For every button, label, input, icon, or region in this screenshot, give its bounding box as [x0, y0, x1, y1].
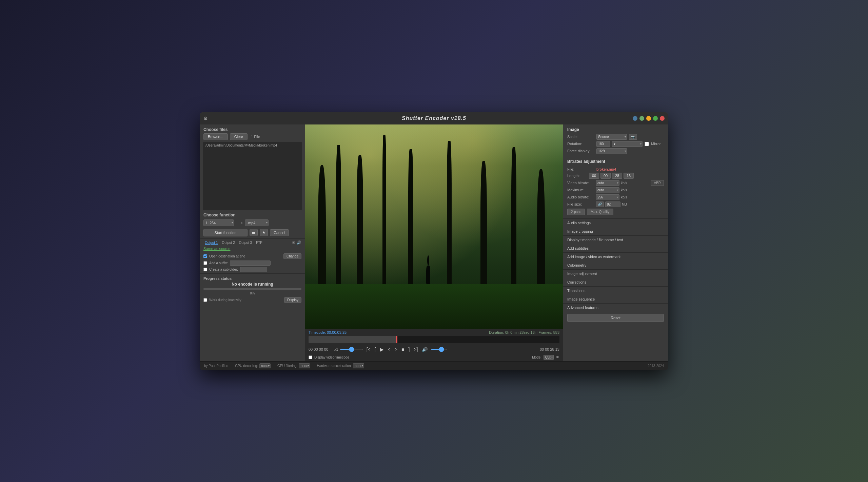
audio-bitrate-label: Audio bitrate:: [567, 195, 594, 199]
rotation-select[interactable]: ▾: [612, 141, 643, 147]
corrections-link[interactable]: Corrections: [563, 278, 668, 286]
image-adjustment-link[interactable]: Image adjustment: [563, 269, 668, 278]
clear-button[interactable]: Clear: [230, 133, 248, 140]
video-bitrate-unit: kb/s: [621, 181, 627, 185]
play-button[interactable]: ▶: [379, 346, 385, 353]
close-btn[interactable]: [660, 116, 665, 121]
goto-end-button[interactable]: >]: [413, 346, 419, 353]
timeline-fill: [309, 336, 396, 343]
maximum-select-wrapper: auto 5000: [596, 187, 619, 193]
earth-btn[interactable]: [633, 116, 637, 121]
maxquality-button[interactable]: Max. Quality: [587, 209, 613, 215]
output-icons: ✉ 🔊: [292, 240, 301, 245]
mail-icon[interactable]: ✉: [292, 240, 295, 245]
scale-select[interactable]: Source 1920x1080 1280x720: [596, 134, 627, 140]
step-back-button[interactable]: <: [387, 346, 392, 353]
figure-body: [426, 266, 430, 284]
hw-accel-select[interactable]: none: [353, 363, 364, 368]
audio-bitrate-select-wrapper: 256 128 320: [596, 194, 619, 200]
list-icon-button[interactable]: ☰: [250, 229, 258, 236]
length-ss: 28: [612, 173, 622, 179]
maximize-btn[interactable]: [653, 116, 658, 121]
video-bitrate-select[interactable]: auto 1000 2000: [596, 180, 619, 186]
browse-button[interactable]: Browse...: [203, 133, 228, 140]
center-panel: 3840x2160 H.264: [305, 124, 563, 361]
display-timecode-link[interactable]: Display timecode / file name / text: [563, 235, 668, 244]
tree-6: [447, 141, 452, 308]
gpu-filtering-select[interactable]: none: [299, 363, 310, 368]
ext-select[interactable]: .mp4: [245, 219, 269, 226]
gpu-decoding-select[interactable]: none: [259, 363, 271, 368]
title-bar-left: ⚙: [203, 116, 208, 121]
force-display-select[interactable]: 16:9 4:3 1:1: [596, 148, 627, 154]
file-item[interactable]: /Users/admin/Documents/MyMedia/broken.mp…: [203, 142, 302, 149]
goto-start-button[interactable]: [<: [366, 346, 372, 353]
filesize-icon-button[interactable]: 🔗: [596, 201, 604, 207]
filesize-input[interactable]: [605, 201, 620, 207]
filesize-label: File size:: [567, 202, 594, 206]
advanced-features-link[interactable]: Advanced features: [563, 303, 668, 312]
file-controls: Browse... Clear 1 File: [200, 133, 305, 142]
maximum-label: Maximum:: [567, 188, 594, 192]
add-subtitles-link[interactable]: Add subtitles: [563, 244, 668, 252]
volume-slider[interactable]: [431, 349, 448, 350]
bitrates-title: Bitrates adjustment: [567, 159, 605, 164]
add-suffix-input[interactable]: [230, 261, 271, 266]
open-dest-label: Open destination at end: [209, 254, 245, 258]
timecode-bar: Timecode: 00:00:03;25 Duration: 0h 0min …: [305, 329, 563, 336]
gear-icon[interactable]: ⚙: [203, 116, 208, 121]
create-subfolder-checkbox[interactable]: [203, 268, 207, 271]
same-as-source-link[interactable]: Same as source: [200, 246, 305, 252]
right-panel: Image Scale: Source 1920x1080 1280x720 📷: [563, 124, 668, 361]
speaker-icon[interactable]: 🔊: [297, 240, 301, 245]
output-tab-3[interactable]: Output 3: [238, 240, 253, 245]
add-suffix-checkbox[interactable]: [203, 261, 207, 265]
output-tab-ftp[interactable]: FTP: [255, 240, 264, 245]
mode-select[interactable]: Cut Trim: [544, 355, 554, 360]
vbr-button[interactable]: VBR: [651, 180, 664, 186]
stop-button[interactable]: ■: [400, 346, 405, 353]
maximum-row: Maximum: auto 5000 kb/s: [567, 187, 664, 193]
image-cropping-link[interactable]: Image cropping: [563, 227, 668, 235]
star-icon-button[interactable]: ★: [260, 229, 268, 236]
transitions-link[interactable]: Transitions: [563, 286, 668, 295]
add-image-link[interactable]: Add image / video as watermark: [563, 252, 668, 261]
minimize-btn[interactable]: [646, 116, 651, 121]
help-btn[interactable]: [639, 116, 644, 121]
rotation-row: Rotation: ▾ Mirror: [567, 141, 664, 147]
output-tab-1[interactable]: Output 1: [203, 240, 219, 245]
mode-label: Mode:: [532, 355, 541, 359]
eye-icon[interactable]: 👁: [556, 355, 559, 359]
reset-button[interactable]: Reset: [567, 314, 664, 322]
image-sequence-link[interactable]: Image sequence: [563, 295, 668, 303]
audio-settings-link[interactable]: Audio settings: [563, 218, 668, 227]
mode-select-wrapper: Cut Trim: [544, 355, 554, 360]
display-timecode-checkbox[interactable]: [309, 355, 312, 359]
output-tab-2[interactable]: Output 2: [220, 240, 236, 245]
speed-control: x1: [334, 347, 363, 351]
mirror-checkbox[interactable]: [645, 142, 649, 146]
timeline[interactable]: [309, 336, 559, 343]
step-forward-button[interactable]: >: [394, 346, 398, 353]
open-dest-checkbox[interactable]: [203, 254, 207, 258]
speed-slider[interactable]: [340, 349, 363, 350]
rotation-input[interactable]: [596, 141, 610, 147]
colorimetry-link[interactable]: Colorimetry: [563, 261, 668, 269]
audio-bitrate-unit: kb/s: [621, 195, 627, 199]
format-select[interactable]: H.264: [203, 219, 234, 226]
camera-icon-button[interactable]: 📷: [629, 134, 637, 140]
audio-bitrate-select[interactable]: 256 128 320: [596, 194, 619, 200]
output-tabs: Output 1 Output 2 Output 3 FTP ✉ 🔊: [200, 238, 305, 246]
mirror-label: Mirror: [651, 142, 661, 146]
start-function-button[interactable]: Start function: [203, 229, 248, 236]
create-subfolder-input[interactable]: [240, 267, 267, 272]
mark-in-button[interactable]: [: [374, 346, 377, 353]
display-button[interactable]: Display: [284, 297, 301, 303]
cancel-button[interactable]: Cancel: [270, 229, 289, 236]
work-inactivity-checkbox[interactable]: [203, 298, 207, 302]
file-list[interactable]: /Users/admin/Documents/MyMedia/broken.mp…: [203, 142, 302, 210]
maximum-select[interactable]: auto 5000: [596, 187, 619, 193]
mark-out-button[interactable]: ]: [407, 346, 411, 353]
change-button[interactable]: Change: [283, 253, 301, 259]
twopass-button[interactable]: 2-pass: [567, 209, 585, 215]
